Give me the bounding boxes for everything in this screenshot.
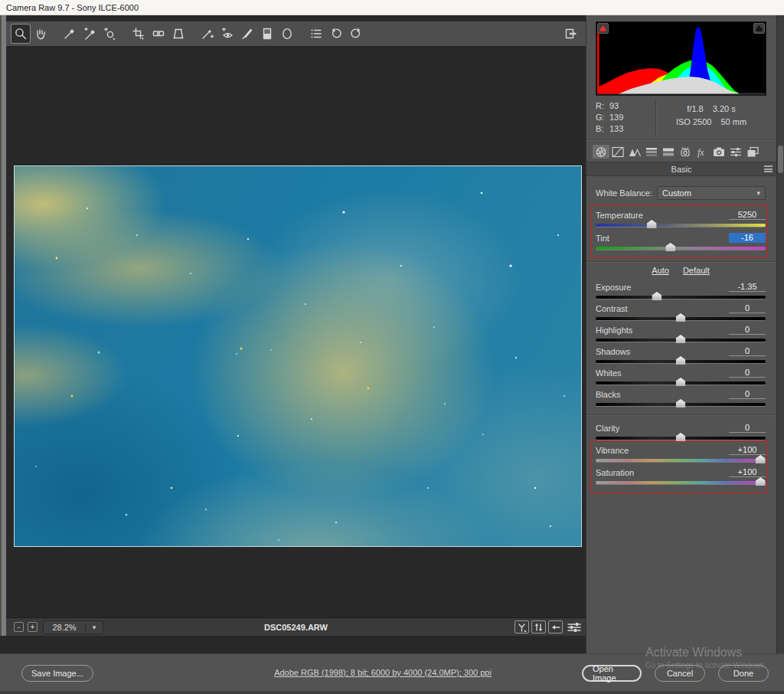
cancel-button[interactable]: Cancel xyxy=(655,665,705,682)
slider-track[interactable] xyxy=(596,481,766,484)
zoom-out-button[interactable]: - xyxy=(14,622,24,632)
hand-tool-icon[interactable] xyxy=(31,25,50,43)
preview-status-bar: - + 28.2% ▾ DSC05249.ARW xyxy=(6,617,586,636)
preview-pane: - + 28.2% ▾ DSC05249.ARW xyxy=(0,15,586,653)
spot-removal-tool-icon[interactable] xyxy=(198,25,217,43)
slider-track[interactable] xyxy=(596,437,766,440)
title-bar[interactable]: Camera Raw 9.7 - Sony ILCE-6000 xyxy=(0,0,784,15)
slider-label: Saturation xyxy=(596,468,634,477)
slider-track[interactable] xyxy=(596,459,766,462)
panel-header-title: Basic xyxy=(671,165,692,174)
tab-lens-corrections[interactable] xyxy=(677,145,694,159)
zoom-tool-icon[interactable] xyxy=(11,25,30,43)
color-sampler-tool-icon[interactable] xyxy=(80,25,99,43)
slider-track[interactable] xyxy=(596,339,766,342)
adjustment-brush-tool-icon[interactable] xyxy=(238,25,256,43)
slider-track[interactable] xyxy=(596,360,766,363)
slider-value[interactable]: -1.35 xyxy=(729,282,766,292)
slider-label: Whites xyxy=(596,368,622,378)
radial-filter-tool-icon[interactable] xyxy=(278,25,296,43)
slider-thumb[interactable] xyxy=(756,477,766,486)
open-image-button[interactable]: Open Image xyxy=(582,665,642,682)
svg-text:fx: fx xyxy=(697,147,704,158)
straighten-tool-icon[interactable] xyxy=(149,25,168,43)
slider-thumb[interactable] xyxy=(676,313,686,322)
white-balance-sliders: Temperature 5250 Tint -16 xyxy=(596,209,766,255)
slider-row: Tint -16 xyxy=(596,232,766,255)
slider-value[interactable]: 0 xyxy=(729,423,766,433)
photo-preview[interactable] xyxy=(14,165,582,547)
zoom-in-button[interactable]: + xyxy=(28,622,38,632)
slider-label: Clarity xyxy=(596,424,619,433)
slider-value[interactable]: -16 xyxy=(729,233,766,243)
slider-thumb[interactable] xyxy=(676,378,686,386)
slider-track[interactable] xyxy=(596,381,766,385)
tab-detail[interactable] xyxy=(626,145,643,159)
slider-track[interactable] xyxy=(596,403,766,406)
auto-link[interactable]: Auto xyxy=(652,266,669,275)
tab-effects[interactable]: fx xyxy=(694,145,710,159)
targeted-adjustment-tool-icon[interactable] xyxy=(100,25,119,43)
tab-tone-curve[interactable] xyxy=(609,145,626,159)
bottom-action-bar: Save Image... Adobe RGB (1998); 8 bit; 6… xyxy=(0,653,784,694)
workflow-options-link[interactable]: Adobe RGB (1998); 8 bit; 6000 by 4000 (2… xyxy=(230,668,536,677)
highlight-clipping-warning[interactable] xyxy=(753,23,765,34)
tab-presets[interactable] xyxy=(727,145,744,159)
preview-preferences-icon[interactable] xyxy=(567,622,581,633)
slider-thumb[interactable] xyxy=(676,356,686,365)
tab-hsl-grayscale[interactable] xyxy=(643,145,660,159)
slider-thumb[interactable] xyxy=(756,455,766,463)
tab-split-toning[interactable] xyxy=(660,145,677,159)
graduated-filter-tool-icon[interactable] xyxy=(258,25,276,43)
slider-thumb[interactable] xyxy=(676,433,686,441)
save-image-button[interactable]: Save Image... xyxy=(21,665,93,682)
slider-value[interactable]: 0 xyxy=(729,303,766,313)
slider-track[interactable] xyxy=(596,247,766,250)
slider-value[interactable]: 0 xyxy=(729,325,766,335)
shadow-clipping-warning[interactable] xyxy=(597,23,609,34)
slider-thumb[interactable] xyxy=(652,292,662,300)
done-button[interactable]: Done xyxy=(718,665,769,682)
slider-value[interactable]: +100 xyxy=(729,445,766,455)
default-link[interactable]: Default xyxy=(683,266,710,275)
transform-tool-icon[interactable] xyxy=(169,25,188,43)
red-eye-removal-tool-icon[interactable] xyxy=(218,25,237,43)
panel-menu-icon[interactable] xyxy=(764,165,773,172)
rotate-right-icon[interactable] xyxy=(347,25,365,43)
rotate-left-icon[interactable] xyxy=(327,25,345,43)
histogram[interactable] xyxy=(596,21,766,96)
slider-value[interactable]: +100 xyxy=(729,467,766,477)
slider-track[interactable] xyxy=(596,317,766,320)
slider-track[interactable] xyxy=(596,296,766,299)
adjustments-panel: R:93 G:139 B:133 f/1.83.20 s ISO 250050 … xyxy=(586,15,776,653)
tab-camera-calibration[interactable] xyxy=(710,145,727,159)
before-after-view-icon[interactable] xyxy=(514,620,529,633)
slider-value[interactable]: 5250 xyxy=(729,210,766,220)
rgb-r-value: 93 xyxy=(609,101,619,110)
slider-thumb[interactable] xyxy=(676,399,686,408)
panel-scrollbar[interactable] xyxy=(776,15,784,653)
image-canvas[interactable]: - + 28.2% ▾ DSC05249.ARW xyxy=(6,46,586,636)
tab-snapshots[interactable] xyxy=(744,145,761,159)
white-balance-tool-icon[interactable] xyxy=(60,25,79,43)
preferences-icon[interactable] xyxy=(307,25,325,43)
copy-settings-icon[interactable] xyxy=(548,620,563,633)
slider-track[interactable] xyxy=(596,224,766,227)
crop-tool-icon[interactable] xyxy=(129,25,148,43)
chevron-down-icon[interactable]: ▾ xyxy=(85,624,103,631)
shutter-value: 3.20 s xyxy=(713,104,736,113)
scrollbar-thumb[interactable] xyxy=(778,146,783,173)
slider-thumb[interactable] xyxy=(647,220,657,228)
tab-basic[interactable] xyxy=(593,145,609,159)
slider-thumb[interactable] xyxy=(665,243,675,251)
toggle-fullscreen-icon[interactable] xyxy=(562,25,580,43)
slider-value[interactable]: 0 xyxy=(729,368,766,378)
zoom-level-select[interactable]: 28.2% ▾ xyxy=(43,620,103,634)
slider-label: Exposure xyxy=(596,283,631,292)
slider-thumb[interactable] xyxy=(676,335,686,343)
slider-value[interactable]: 0 xyxy=(729,346,766,356)
white-balance-select[interactable]: Custom ▾ xyxy=(657,186,766,200)
slider-value[interactable]: 0 xyxy=(729,389,766,399)
swap-before-after-icon[interactable] xyxy=(531,620,546,633)
divider xyxy=(586,139,776,141)
